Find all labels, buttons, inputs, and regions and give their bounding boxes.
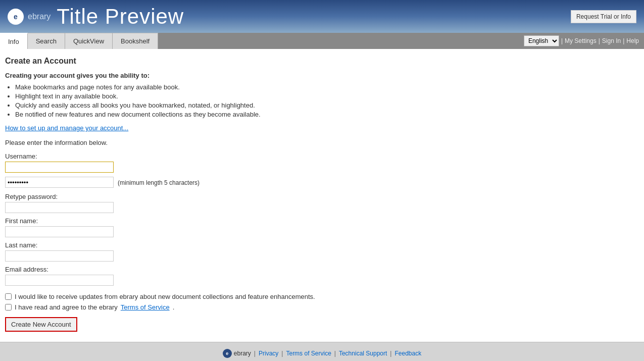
nav-tabs: Info Search QuickView Bookshelf	[0, 33, 158, 49]
retype-label: Retype password:	[5, 193, 639, 200]
footer: e ebrary | Privacy | Terms of Service | …	[0, 342, 644, 361]
feature-list: Make bookmarks and page notes for any av…	[15, 83, 639, 118]
email-label: Email address:	[5, 266, 639, 273]
list-item: Be notified of new features and new docu…	[15, 111, 639, 118]
footer-feedback-link[interactable]: Feedback	[394, 350, 421, 357]
list-item: Make bookmarks and page notes for any av…	[15, 83, 639, 91]
username-field-group: Username:	[5, 152, 639, 173]
footer-logo: e ebrary	[223, 349, 251, 358]
subtitle: Creating your account gives you the abil…	[5, 72, 639, 79]
tab-info[interactable]: Info	[0, 33, 28, 49]
logo-area: e ebrary Title Preview	[8, 5, 184, 29]
lastname-field-group: Last name:	[5, 241, 639, 262]
language-select[interactable]: English	[524, 35, 559, 46]
footer-ebrary-icon: e	[223, 349, 232, 358]
tab-quickview[interactable]: QuickView	[65, 33, 113, 49]
my-settings-link[interactable]: My Settings	[565, 37, 597, 44]
updates-checkbox[interactable]	[5, 293, 12, 300]
help-link-nav[interactable]: Help	[626, 37, 639, 44]
ebrary-brand-text: ebrary	[28, 12, 51, 21]
tos-link[interactable]: Terms of Service	[121, 303, 170, 311]
enter-info-text: Please enter the information below.	[5, 139, 639, 146]
footer-brand: ebrary	[234, 350, 251, 357]
tab-search[interactable]: Search	[28, 33, 65, 49]
footer-privacy-link[interactable]: Privacy	[259, 350, 278, 357]
tab-bookshelf[interactable]: Bookshelf	[113, 33, 158, 49]
nav-right: English | My Settings | Sign In | Help	[524, 33, 644, 49]
create-account-button[interactable]: Create New Account	[5, 317, 77, 332]
registration-form: Username: (minimum length 5 characters) …	[5, 152, 639, 332]
footer-tos-link[interactable]: Terms of Service	[286, 350, 331, 357]
email-input[interactable]	[5, 275, 114, 286]
list-item: Highlight text in any available book.	[15, 92, 639, 100]
footer-support-link[interactable]: Technical Support	[339, 350, 387, 357]
firstname-input[interactable]	[5, 226, 114, 237]
app-title: Title Preview	[57, 5, 184, 29]
request-trial-button[interactable]: Request Trial or Info	[571, 10, 636, 23]
checkboxes-section: I would like to receive updates from ebr…	[5, 293, 639, 311]
updates-label: I would like to receive updates from ebr…	[15, 293, 315, 300]
firstname-label: First name:	[5, 217, 639, 225]
tos-label-post: .	[173, 303, 175, 311]
create-btn-wrapper: Create New Account	[5, 317, 639, 332]
sign-in-link[interactable]: Sign In	[602, 37, 621, 44]
password-input[interactable]	[5, 177, 114, 188]
navbar: Info Search QuickView Bookshelf English …	[0, 33, 644, 49]
ebrary-logo-icon: e	[8, 9, 24, 25]
list-item: Quickly and easily access all books you …	[15, 101, 639, 109]
password-hint: (minimum length 5 characters)	[118, 179, 200, 186]
lastname-label: Last name:	[5, 241, 639, 249]
page-title: Create an Account	[5, 57, 639, 66]
updates-checkbox-row: I would like to receive updates from ebr…	[5, 293, 639, 300]
username-label: Username:	[5, 152, 639, 160]
how-to-link[interactable]: How to set up and manage your account...	[5, 124, 639, 132]
main-content: Create an Account Creating your account …	[0, 49, 644, 342]
username-input[interactable]	[5, 162, 114, 173]
retype-password-input[interactable]	[5, 202, 114, 213]
lastname-input[interactable]	[5, 250, 114, 262]
email-field-group: Email address:	[5, 266, 639, 286]
header: e ebrary Title Preview Request Trial or …	[0, 0, 644, 33]
retype-password-field-group: Retype password:	[5, 193, 639, 213]
tos-checkbox[interactable]	[5, 304, 12, 311]
tos-checkbox-row: I have read and agree to the ebrary Term…	[5, 303, 639, 311]
tos-label-pre: I have read and agree to the ebrary	[15, 303, 118, 311]
password-field-group: (minimum length 5 characters)	[5, 177, 639, 189]
firstname-field-group: First name:	[5, 217, 639, 237]
